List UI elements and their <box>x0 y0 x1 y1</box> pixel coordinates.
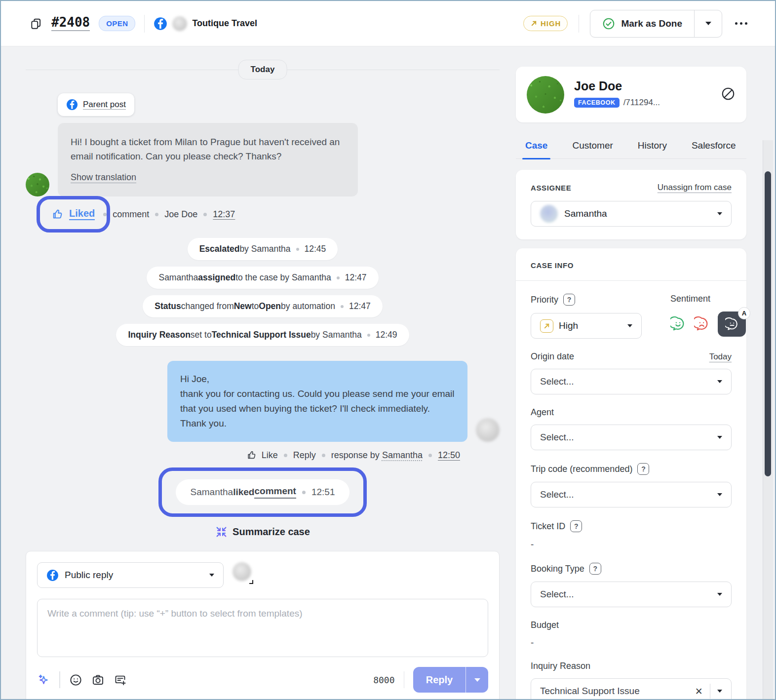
thumbs-up-icon <box>52 208 65 221</box>
origin-date-select[interactable]: Select... <box>531 369 732 394</box>
reply-options-caret[interactable] <box>466 667 488 693</box>
booking-type-select[interactable]: Select... <box>531 582 732 607</box>
response-author-link[interactable]: Samantha <box>382 450 423 461</box>
tab-customer[interactable]: Customer <box>571 135 614 158</box>
reply-button-link[interactable]: Reply <box>293 450 316 461</box>
mark-as-done-button[interactable]: Mark as Done <box>590 10 694 37</box>
show-translation-link[interactable]: Show translation <box>71 170 136 185</box>
liked-event-target-link[interactable]: comment <box>254 486 296 499</box>
chevron-down-icon <box>717 380 722 383</box>
more-options-button[interactable] <box>733 18 749 29</box>
tab-history[interactable]: History <box>637 135 668 158</box>
field-budget: Budget - <box>516 620 746 648</box>
profile-name: Joe Doe <box>574 79 660 93</box>
facebook-icon <box>154 17 167 31</box>
inquiry-reason-label: Inquiry Reason <box>531 661 732 671</box>
reply-mode-select[interactable]: Public reply <box>37 562 224 588</box>
case-id[interactable]: #2408 <box>51 16 90 31</box>
case-event-time: 12:45 <box>305 244 326 254</box>
agent-reply-line: thank you for contacting us. Could you p… <box>180 387 455 416</box>
agent-reply-block: Hi Joe, thank you for contacting us. Cou… <box>26 361 500 442</box>
priority-select[interactable]: High <box>531 313 642 339</box>
case-event-pill: Status changed from New to Open by autom… <box>143 295 383 317</box>
like-button[interactable]: Like <box>262 450 278 461</box>
summarize-label: Summarize case <box>233 526 310 538</box>
response-time[interactable]: 12:50 <box>438 450 460 461</box>
booking-type-label: Booking Type <box>531 564 584 574</box>
field-inquiry-reason: Inquiry Reason Technical Support Issue ✕ <box>516 661 746 700</box>
agent-select[interactable]: Select... <box>531 425 732 450</box>
date-divider-label: Today <box>238 60 287 79</box>
conversation-panel: Today Parent post Hi! I bought a ticket … <box>1 47 514 699</box>
network-badge: FACEBOOK <box>574 98 620 108</box>
inquiry-reason-select[interactable]: Technical Support Issue ✕ <box>531 678 732 700</box>
case-event-time: 12:49 <box>376 330 397 340</box>
template-icon[interactable] <box>114 673 127 687</box>
liked-event-pill: Samantha liked comment 12:51 <box>176 479 350 505</box>
sentiment-positive-icon[interactable] <box>670 316 686 332</box>
origin-date-today-link[interactable]: Today <box>709 352 732 362</box>
liked-event-author: Samantha <box>191 487 233 498</box>
selection-corner-mark <box>249 580 253 584</box>
summarize-case-button[interactable]: Summarize case <box>26 526 500 538</box>
agent-label: Agent <box>531 407 732 418</box>
comment-author: Joe Doe <box>164 209 197 220</box>
assignee-title: ASSIGNEE <box>531 184 571 192</box>
mark-as-done-caret[interactable] <box>694 10 722 37</box>
profile-id: /711294... <box>623 98 660 108</box>
camera-icon[interactable] <box>91 673 105 687</box>
case-event-pill: Escalated by Samantha12:45 <box>188 238 338 260</box>
arrow-up-right-icon <box>530 20 538 27</box>
sidebar-scrollbar-thumb[interactable] <box>765 171 771 476</box>
agent-reply-line: Thank you. <box>180 416 455 431</box>
profile-avatar <box>527 76 564 114</box>
case-info-card: CASE INFO Priority ? High <box>516 248 746 700</box>
case-event-pill: Inquiry Reason set to Technical Support … <box>116 324 409 346</box>
customer-message-bubble: Hi! I bought a ticket from Milan to Prag… <box>58 123 358 196</box>
divider <box>144 15 145 33</box>
sentiment-neutral-icon[interactable]: A <box>718 311 746 337</box>
chevron-down-icon <box>474 678 480 682</box>
unassign-link[interactable]: Unassign from case <box>658 183 732 193</box>
block-icon[interactable] <box>721 86 736 101</box>
comment-meta-row: Liked comment Joe Doe 12:37 <box>50 204 500 224</box>
chevron-down-icon <box>717 493 722 496</box>
parent-post-link[interactable]: Parent post <box>58 93 134 116</box>
reply-submit-button[interactable]: Reply <box>413 667 466 693</box>
annotation-highlight-liked-event: Samantha liked comment 12:51 <box>158 467 367 517</box>
help-icon[interactable]: ? <box>589 563 601 575</box>
close-icon[interactable]: ✕ <box>695 686 703 697</box>
brand-avatar <box>172 16 187 31</box>
parent-post-label: Parent post <box>83 100 126 110</box>
priority-badge[interactable]: HIGH <box>523 16 568 31</box>
field-origin-date: Origin date Today Select... <box>516 351 746 394</box>
field-agent: Agent Select... <box>516 407 746 450</box>
chevron-down-icon <box>717 436 722 439</box>
agent-reply-line: Hi Joe, <box>180 372 455 387</box>
priority-label: Priority <box>531 295 558 305</box>
comment-time[interactable]: 12:37 <box>213 209 235 220</box>
emoji-icon[interactable] <box>69 673 82 687</box>
case-event-pill: Samantha assigned to the case by Samanth… <box>147 267 378 289</box>
comment-kind: comment <box>113 209 149 220</box>
check-circle-icon <box>602 17 615 30</box>
priority-value: High <box>559 320 578 331</box>
assignee-select[interactable]: Samantha <box>531 201 732 227</box>
customer-avatar <box>26 173 49 196</box>
liked-link[interactable]: Liked <box>69 208 95 220</box>
liked-event-action: liked <box>233 487 254 498</box>
reply-composer: Public reply <box>26 551 500 700</box>
tab-case[interactable]: Case <box>524 135 548 158</box>
copy-icon[interactable] <box>30 17 42 30</box>
comment-input[interactable] <box>37 599 488 657</box>
help-icon[interactable]: ? <box>563 294 575 306</box>
agent-avatar <box>476 418 500 442</box>
sentiment-negative-icon[interactable] <box>694 316 709 332</box>
trip-code-select[interactable]: Select... <box>531 482 732 507</box>
tab-salesforce[interactable]: Salesforce <box>691 135 737 158</box>
help-icon[interactable]: ? <box>637 463 649 475</box>
budget-value: - <box>531 637 732 648</box>
help-icon[interactable]: ? <box>570 520 582 532</box>
character-count: 8000 <box>373 675 394 685</box>
ai-sparkle-icon[interactable] <box>37 673 50 687</box>
